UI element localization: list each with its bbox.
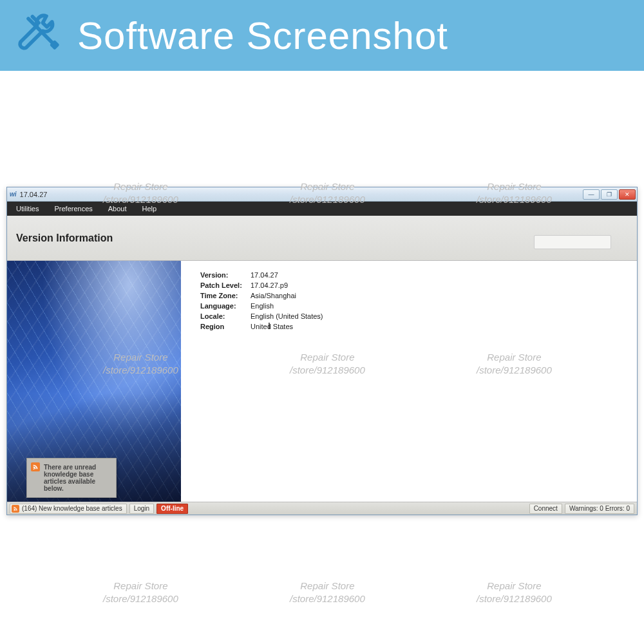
connect-button[interactable]: Connect	[529, 504, 562, 514]
app-window: wi 17.04.27 — ❐ ✕ Utilities Preferences …	[6, 187, 638, 515]
app-icon: wi	[10, 191, 17, 198]
info-label: Region	[200, 323, 251, 330]
info-label: Patch Level:	[200, 281, 251, 289]
page-title: Version Information	[16, 232, 113, 244]
minimize-button[interactable]: —	[583, 189, 600, 200]
info-value: Asia/Shanghai	[251, 292, 296, 299]
info-value: English	[251, 302, 274, 310]
info-value: English (United States)	[251, 312, 323, 320]
rss-icon	[12, 505, 19, 513]
status-kb-articles[interactable]: (164) New knowledge base articles	[10, 504, 127, 514]
offline-badge: Off-line	[156, 504, 188, 514]
info-row-version: Version: 17.04.27	[200, 270, 323, 280]
menu-utilities[interactable]: Utilities	[8, 205, 46, 213]
login-button[interactable]: Login	[129, 504, 154, 514]
info-row-language: Language: English	[200, 301, 323, 311]
menubar: Utilities Preferences About Help	[7, 202, 637, 216]
content-area: Version: 17.04.27 Patch Level: 17.04.27.…	[7, 261, 637, 502]
menu-preferences[interactable]: Preferences	[46, 205, 100, 213]
menu-help[interactable]: Help	[135, 205, 165, 213]
kb-toast[interactable]: There are unread knowledge base articles…	[26, 458, 117, 498]
info-value: 17.04.27.p9	[251, 281, 288, 289]
titlebar: wi 17.04.27 — ❐ ✕	[7, 187, 637, 202]
info-label: Language:	[200, 302, 251, 310]
page-banner: Software Screenshot	[0, 0, 644, 71]
status-kb-text: (164) New knowledge base articles	[22, 505, 122, 512]
info-row-region: Region United States	[200, 321, 323, 332]
wrench-screwdriver-icon	[13, 8, 64, 62]
watermark: Repair Store/store/912189600	[103, 580, 178, 605]
watermark: Repair Store/store/912189600	[477, 580, 552, 605]
watermark: Repair Store/store/912189600	[290, 580, 365, 605]
statusbar: (164) New knowledge base articles Login …	[7, 502, 637, 515]
window-controls: — ❐ ✕	[583, 189, 636, 200]
page-header: Version Information	[7, 216, 637, 261]
page-banner-title: Software Screenshot	[77, 14, 448, 58]
kb-toast-text: There are unread knowledge base articles…	[44, 464, 96, 492]
info-row-time-zone: Time Zone: Asia/Shanghai	[200, 290, 323, 301]
menu-about[interactable]: About	[100, 205, 135, 213]
info-value: 17.04.27	[251, 271, 278, 279]
close-button[interactable]: ✕	[619, 189, 636, 200]
window-title: 17.04.27	[20, 191, 583, 198]
info-label: Time Zone:	[200, 292, 251, 299]
status-warnings-errors: Warnings: 0 Errors: 0	[565, 504, 634, 514]
header-blank-field	[534, 235, 611, 249]
info-row-patch-level: Patch Level: 17.04.27.p9	[200, 280, 323, 290]
rss-icon	[31, 462, 40, 471]
info-row-locale: Locale: English (United States)	[200, 311, 323, 321]
text-cursor-icon: I	[268, 321, 272, 330]
version-info-table: Version: 17.04.27 Patch Level: 17.04.27.…	[181, 261, 343, 502]
info-label: Version:	[200, 271, 251, 279]
info-label: Locale:	[200, 312, 251, 320]
maximize-button[interactable]: ❐	[601, 189, 618, 200]
